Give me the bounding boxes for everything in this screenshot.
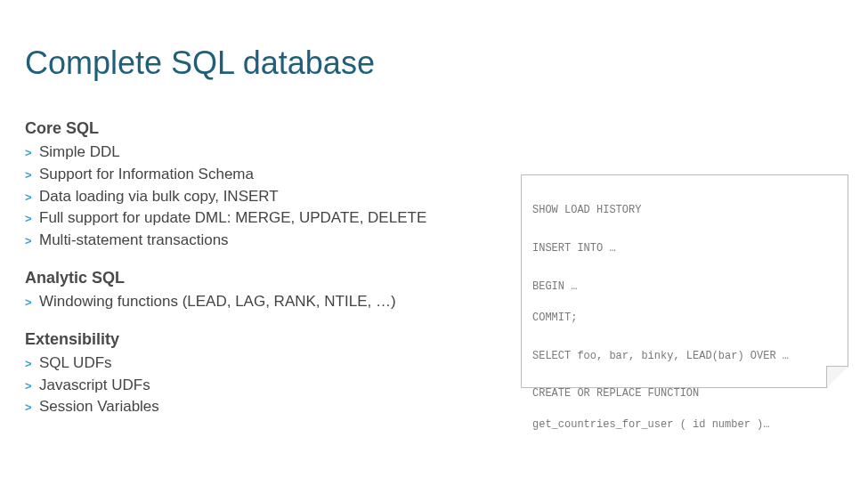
code-line: SHOW LOAD HISTORY <box>532 203 837 218</box>
chevron-right-icon: > <box>25 356 32 372</box>
code-line: INSERT INTO … <box>532 241 837 256</box>
list-item: >Support for Information Schema <box>25 164 506 185</box>
bullet-list: >Simple DDL >Support for Information Sch… <box>25 142 506 251</box>
code-line: get_countries_for_user ( id number )… <box>532 417 837 433</box>
list-item-text: Windowing functions (LEAD, LAG, RANK, NT… <box>39 293 396 310</box>
list-item: >SQL UDFs <box>25 352 506 374</box>
chevron-right-icon: > <box>25 233 32 249</box>
section-heading: Core SQL <box>25 119 506 138</box>
list-item-text: Simple DDL <box>39 143 120 160</box>
list-item: >Windowing functions (LEAD, LAG, RANK, N… <box>25 291 506 312</box>
code-line: CREATE OR REPLACE FUNCTION <box>532 386 837 401</box>
list-item: >Simple DDL <box>25 142 506 163</box>
chevron-right-icon: > <box>25 211 32 227</box>
code-line: SELECT foo, bar, binky, LEAD(bar) OVER … <box>532 349 837 364</box>
left-column: Core SQL >Simple DDL >Support for Inform… <box>25 119 506 435</box>
page-fold-icon <box>827 367 848 388</box>
list-item-text: Session Variables <box>39 398 159 415</box>
chevron-right-icon: > <box>25 295 32 311</box>
list-item: >Session Variables <box>25 396 506 417</box>
list-item: >Full support for update DML: MERGE, UPD… <box>25 207 506 229</box>
code-note: SHOW LOAD HISTORY INSERT INTO … BEGIN … … <box>521 174 848 388</box>
code-line: BEGIN … <box>532 279 837 295</box>
chevron-right-icon: > <box>25 400 32 416</box>
list-item: >Multi-statement transactions <box>25 230 506 251</box>
list-item-text: Full support for update DML: MERGE, UPDA… <box>39 209 426 226</box>
chevron-right-icon: > <box>25 190 32 206</box>
section-analytic-sql: Analytic SQL >Windowing functions (LEAD,… <box>25 269 506 312</box>
slide-title: Complete SQL database <box>25 45 843 82</box>
bullet-list: >Windowing functions (LEAD, LAG, RANK, N… <box>25 291 506 312</box>
list-item: >Javascript UDFs <box>25 375 506 396</box>
section-heading: Analytic SQL <box>25 269 506 287</box>
list-item-text: Multi-statement transactions <box>39 231 229 248</box>
section-extensibility: Extensibility >SQL UDFs >Javascript UDFs… <box>25 330 506 417</box>
chevron-right-icon: > <box>25 378 32 394</box>
slide: Complete SQL database Core SQL >Simple D… <box>0 0 868 502</box>
list-item-text: Javascript UDFs <box>39 376 150 393</box>
section-core-sql: Core SQL >Simple DDL >Support for Inform… <box>25 119 506 251</box>
chevron-right-icon: > <box>25 167 32 183</box>
list-item-text: Data loading via bulk copy, INSERT <box>39 188 279 205</box>
bullet-list: >SQL UDFs >Javascript UDFs >Session Vari… <box>25 352 506 417</box>
list-item: >Data loading via bulk copy, INSERT <box>25 186 506 207</box>
list-item-text: Support for Information Schema <box>39 166 254 182</box>
code-line: COMMIT; <box>532 311 837 326</box>
list-item-text: SQL UDFs <box>39 354 112 371</box>
chevron-right-icon: > <box>25 145 32 161</box>
section-heading: Extensibility <box>25 330 506 349</box>
